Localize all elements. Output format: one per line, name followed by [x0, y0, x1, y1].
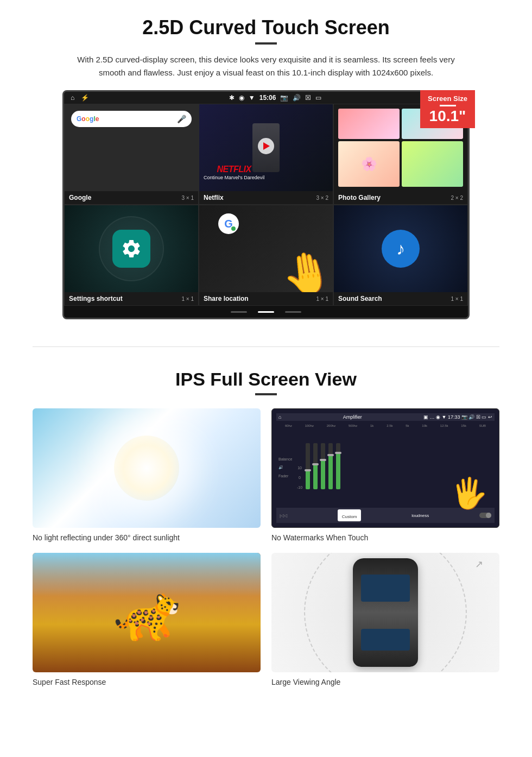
google-app-size: 3 × 1	[181, 195, 194, 201]
eq-balance-label: Balance	[278, 457, 295, 461]
screen-size-bar-line	[440, 105, 456, 106]
feature-img-sky	[33, 408, 261, 528]
section-divider	[33, 346, 499, 347]
netflix-subtitle: Continue Marvel's Daredevil	[204, 175, 264, 180]
feature-img-equalizer: ⌂ Amplifier ▣ … ◉ ▼ 17:33 📷 🔊 ☒ ▭ ↩ 60hz…	[271, 408, 499, 528]
eq-scale: 100-10	[297, 466, 302, 489]
eq-bar-4[interactable]	[328, 443, 333, 489]
music-icon-wrap: ♪	[382, 230, 420, 268]
car-window-rear	[361, 629, 410, 651]
feature-large-angle: ↗ Large Viewing Angle	[271, 553, 499, 686]
photo-gallery-app-size: 2 × 2	[451, 195, 463, 201]
eq-slider-handle[interactable]	[327, 454, 334, 456]
google-app-label: Google	[69, 194, 91, 201]
netflix-brand: NETFLIX Continue Marvel's Daredevil	[204, 165, 264, 180]
volume-icon: 🔊	[293, 94, 301, 102]
screen-size-label: Screen Size	[428, 94, 467, 103]
eq-custom-button[interactable]: Custom	[338, 509, 362, 521]
sound-search-app-size: 1 × 1	[451, 296, 463, 302]
device-nav-bar	[64, 306, 468, 318]
eq-status: ▣ … ◉ ▼ 17:33 📷 🔊 ☒ ▭ ↩	[423, 414, 492, 420]
settings-label-row: Settings shortcut 1 × 1	[65, 292, 198, 305]
touch-hand-icon: 🤚	[278, 246, 333, 292]
section-ips-screen: IPS Full Screen View No light reflecting…	[0, 363, 532, 703]
play-button[interactable]	[258, 138, 274, 154]
eq-vertical-sliders: 100-10	[297, 440, 492, 495]
app-cell-google[interactable]: Google 🎤 Google 3 × 1	[64, 104, 199, 205]
photo-thumb-3: 🌸	[338, 141, 400, 187]
cheetah-sky-overlay	[33, 553, 261, 596]
eq-slider-handle[interactable]	[305, 469, 311, 471]
eq-bar-1[interactable]	[306, 443, 310, 489]
eq-slider-handle[interactable]	[335, 452, 341, 454]
feature-caption-no-reflection: No light reflecting under 360° direct su…	[33, 533, 261, 542]
nav-dot-3	[285, 311, 301, 313]
netflix-figure: NETFLIX Continue Marvel's Daredevil	[199, 104, 333, 191]
photo-gallery-app-label: Photo Gallery	[338, 194, 381, 201]
sound-search-label-row: Sound Search 1 × 1	[334, 292, 467, 305]
home-icon[interactable]: ⌂	[71, 94, 74, 102]
feature-img-cheetah: 🐆	[33, 553, 261, 672]
title-underline	[255, 42, 277, 45]
eq-slider-handle[interactable]	[312, 463, 319, 465]
app-grid-row2: Settings shortcut 1 × 1 G	[64, 205, 468, 306]
device-area: ⌂ ⚡ ✱ ◉ ▼ 15:06 📷 🔊 ☒ ▭	[33, 90, 499, 319]
usb-icon: ⚡	[81, 94, 89, 102]
photo-gallery-label-row: Photo Gallery 2 × 2	[334, 191, 467, 204]
section2-title: IPS Full Screen View	[33, 369, 499, 390]
eq-custom-label: Custom	[342, 514, 357, 519]
eq-touch-hand-icon: 🖐	[451, 476, 488, 511]
netflix-widget[interactable]: NETFLIX Continue Marvel's Daredevil	[199, 104, 333, 191]
eq-loudness-toggle[interactable]	[479, 513, 491, 518]
eq-bar-2[interactable]	[313, 443, 318, 489]
app-grid-row1: Google 🎤 Google 3 × 1	[64, 104, 468, 205]
app-cell-settings[interactable]: Settings shortcut 1 × 1	[64, 205, 199, 306]
eq-slider-handle[interactable]	[320, 459, 326, 461]
car-top-view	[353, 558, 418, 667]
screen-size-badge: Screen Size 10.1"	[420, 90, 475, 128]
eq-left-labels: Balance 🔊 Fader	[278, 457, 295, 478]
settings-app-size: 1 × 1	[181, 296, 194, 302]
eq-home-icon: ⌂	[278, 414, 281, 420]
mic-icon[interactable]: 🎤	[177, 115, 186, 123]
bluetooth-icon: ✱	[229, 94, 235, 102]
app-cell-share-location[interactable]: G 🤚 Share location 1 × 1	[199, 205, 333, 306]
netflix-logo-text: NETFLIX	[217, 165, 251, 174]
app-cell-sound-search[interactable]: ♪ Sound Search 1 × 1	[333, 205, 468, 306]
google-widget[interactable]: Google 🎤	[65, 104, 198, 191]
statusbar-left: ⌂ ⚡	[71, 94, 89, 102]
netflix-app-label: Netflix	[204, 194, 224, 201]
eq-speaker-icon: 🔊	[278, 465, 295, 470]
eq-bar-5[interactable]	[336, 443, 340, 489]
feature-no-reflection: No light reflecting under 360° direct su…	[33, 408, 261, 542]
section1-title: 2.5D Curved Touch Screen	[33, 16, 499, 39]
features-grid: No light reflecting under 360° direct su…	[33, 408, 499, 686]
eq-fader-label: Fader	[278, 474, 295, 478]
share-location-app-size: 1 × 1	[316, 296, 328, 302]
netflix-app-size: 3 × 2	[316, 195, 328, 201]
app-cell-netflix[interactable]: NETFLIX Continue Marvel's Daredevil Netf…	[199, 104, 333, 205]
x-icon: ☒	[305, 94, 311, 102]
section-curved-screen: 2.5D Curved Touch Screen With 2.5D curve…	[0, 0, 532, 330]
location-icon: ◉	[239, 94, 244, 102]
section2-title-underline	[255, 393, 277, 395]
google-logo: Google	[77, 115, 99, 123]
sound-search-widget[interactable]: ♪	[334, 205, 467, 292]
share-location-widget[interactable]: G 🤚	[199, 205, 333, 292]
settings-bg-shadow	[99, 216, 164, 281]
google-search-bar[interactable]: Google 🎤	[71, 111, 192, 127]
camera-icon: 📷	[280, 94, 288, 102]
eq-prev-icon[interactable]: |◁◁	[280, 513, 287, 518]
netflix-label-row: Netflix 3 × 2	[199, 191, 333, 204]
settings-widget[interactable]	[65, 205, 198, 292]
nav-dot-1	[231, 311, 247, 313]
nav-dot-2	[258, 311, 274, 313]
statusbar-center: ✱ ◉ ▼ 15:06 📷 🔊 ☒ ▭	[229, 94, 322, 102]
wifi-icon: ▼	[249, 94, 255, 102]
window-icon: ▭	[315, 94, 321, 102]
feature-img-car: ↗	[271, 553, 499, 672]
music-note-icon: ♪	[396, 239, 405, 259]
eq-bar-3[interactable]	[321, 443, 325, 489]
car-window-front	[361, 575, 410, 602]
sound-search-app-label: Sound Search	[338, 295, 382, 302]
